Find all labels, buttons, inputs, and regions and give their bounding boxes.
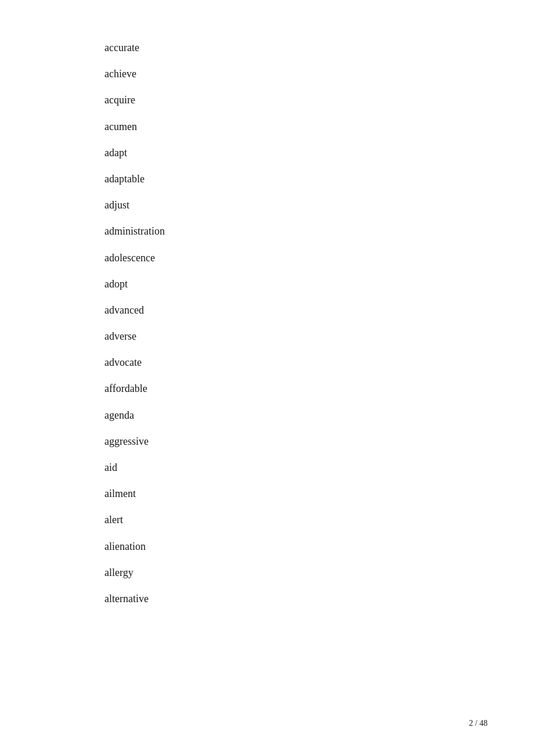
list-item: advanced [104,297,534,323]
list-item: aid [104,455,534,481]
word-list: accurateachieveacquireacumenadaptadaptab… [0,0,534,647]
list-item: adolescence [104,245,534,271]
list-item: affordable [104,376,534,402]
list-item: achieve [104,61,534,87]
list-item: administration [104,218,534,244]
list-item: acquire [104,87,534,113]
list-item: adapt [104,140,534,166]
list-item: alert [104,507,534,533]
list-item: agenda [104,402,534,429]
list-item: alternative [104,586,534,612]
page-number: 2 / 48 [469,719,488,728]
list-item: adjust [104,192,534,218]
list-item: aggressive [104,429,534,455]
list-item: adaptable [104,166,534,192]
list-item: ailment [104,481,534,507]
list-item: adopt [104,271,534,297]
list-item: advocate [104,350,534,376]
list-item: alienation [104,534,534,560]
list-item: acumen [104,114,534,140]
list-item: adverse [104,323,534,350]
list-item: allergy [104,560,534,586]
list-item: accurate [104,35,534,61]
